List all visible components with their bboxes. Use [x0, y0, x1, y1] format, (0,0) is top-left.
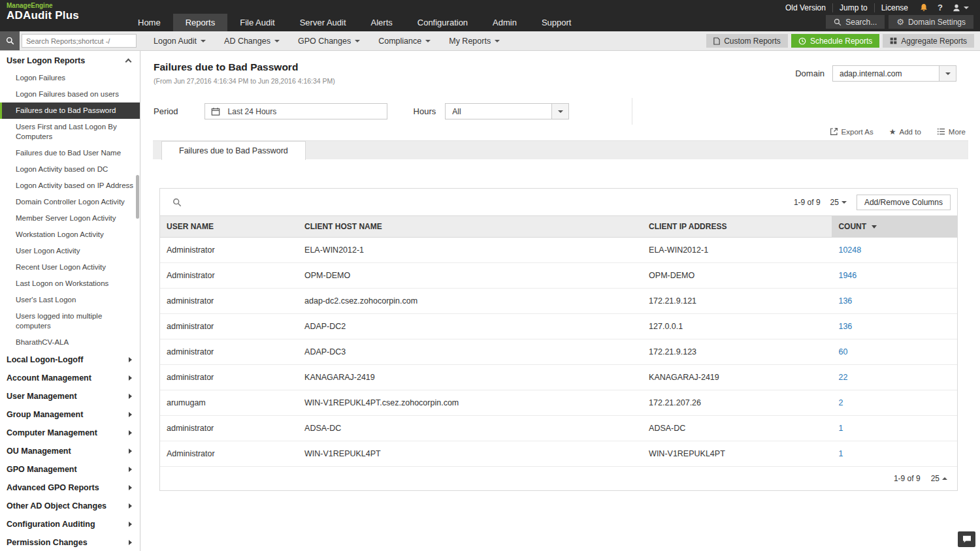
- sidebar-item-failures-due-to-bad-password[interactable]: Failures due to Bad Password: [0, 102, 140, 119]
- count-link[interactable]: 22: [838, 373, 847, 382]
- count-link[interactable]: 2: [838, 398, 843, 407]
- app-logo[interactable]: ManageEngine ADAudit Plus: [7, 3, 79, 21]
- table-row[interactable]: administrator ADAP-DC3 172.21.9.123 60: [160, 339, 957, 365]
- sidebar-section-user-management[interactable]: User Management: [0, 387, 140, 405]
- section-label: Computer Management: [7, 428, 97, 437]
- help-icon[interactable]: ?: [933, 3, 947, 12]
- column-header-user-name[interactable]: USER NAME: [160, 216, 298, 238]
- count-link[interactable]: 136: [838, 296, 852, 306]
- sidebar-section-advanced-gpo-reports[interactable]: Advanced GPO Reports: [0, 479, 140, 497]
- search-toggle-button[interactable]: [0, 31, 20, 50]
- sidebar-item-workstation-logon-activity[interactable]: Workstation Logon Activity: [0, 227, 140, 243]
- sidebar-item-last-logon-on-workstations[interactable]: Last Logon on Workstations: [0, 276, 140, 292]
- cell-count: 22: [832, 365, 957, 390]
- aggregate-reports-button[interactable]: Aggregate Reports: [883, 34, 974, 48]
- sidebar-section-configuration-auditing[interactable]: Configuration Auditing: [0, 515, 140, 533]
- old-version-link[interactable]: Old Version: [779, 3, 833, 12]
- period-picker[interactable]: Last 24 Hours: [204, 103, 387, 119]
- table-row[interactable]: Administrator WIN-V1REPUKL4PT WIN-V1REPU…: [160, 441, 957, 467]
- custom-reports-button[interactable]: Custom Reports: [706, 34, 788, 48]
- sidebar-section-permission-changes[interactable]: Permission Changes: [0, 533, 140, 551]
- menu-logon-audit[interactable]: Logon Audit: [144, 31, 215, 50]
- export-as-button[interactable]: Export As: [830, 127, 874, 136]
- sidebar-item-logon-activity-based-on-dc[interactable]: Logon Activity based on DC: [0, 161, 140, 178]
- sidebar-section-computer-management[interactable]: Computer Management: [0, 424, 140, 442]
- count-link[interactable]: 136: [838, 322, 852, 331]
- page-size-dropdown-bottom[interactable]: 25: [931, 474, 947, 483]
- menu-my-reports[interactable]: My Reports: [440, 31, 509, 50]
- column-header-client-host-name[interactable]: CLIENT HOST NAME: [298, 216, 642, 238]
- table-row[interactable]: administrator ADAP-DC2 127.0.0.1 136: [160, 314, 957, 339]
- sidebar-scrollbar[interactable]: [136, 175, 139, 219]
- table-row[interactable]: administrator ADSA-DC ADSA-DC 1: [160, 416, 957, 441]
- sidebar-item-logon-failures[interactable]: Logon Failures: [0, 70, 140, 86]
- domain-settings-button[interactable]: ⚙ Domain Settings: [889, 15, 973, 29]
- sidebar-section-gpo-management[interactable]: GPO Management: [0, 460, 140, 479]
- jump-to-link[interactable]: Jump to: [833, 3, 875, 12]
- chevron-down-icon: [945, 72, 951, 75]
- count-link[interactable]: 1: [838, 449, 843, 458]
- menu-compliance[interactable]: Compliance: [369, 31, 440, 50]
- table-search-icon[interactable]: [172, 198, 182, 207]
- sidebar-section-ou-management[interactable]: OU Management: [0, 442, 140, 460]
- nav-home[interactable]: Home: [125, 14, 173, 31]
- tab-failures-due-to-bad-password[interactable]: Failures due to Bad Password: [161, 141, 306, 160]
- sidebar-section-group-management[interactable]: Group Management: [0, 405, 140, 424]
- count-header-label: COUNT: [838, 222, 866, 231]
- notification-bell-icon[interactable]: [915, 3, 933, 12]
- schedule-reports-button[interactable]: Schedule Reports: [791, 34, 879, 48]
- table-row[interactable]: Administrator ELA-WIN2012-1 ELA-WIN2012-…: [160, 238, 957, 263]
- sidebar-section-other-ad-object-changes[interactable]: Other AD Object Changes: [0, 497, 140, 515]
- sidebar-section-account-management[interactable]: Account Management: [0, 369, 140, 387]
- feedback-chat-button[interactable]: [958, 531, 975, 547]
- menu-label: GPO Changes: [298, 37, 351, 46]
- nav-server-audit[interactable]: Server Audit: [287, 14, 359, 31]
- count-link[interactable]: 1: [838, 424, 843, 433]
- pagination-info-bottom: 1-9 of 9: [894, 474, 921, 483]
- table-row[interactable]: administrator KANAGARAJ-2419 KANAGARAJ-2…: [160, 365, 957, 390]
- report-menus: Logon Audit AD Changes GPO Changes Compl…: [144, 31, 509, 50]
- add-to-button[interactable]: ★ Add to: [889, 128, 921, 136]
- nav-alerts[interactable]: Alerts: [359, 14, 405, 31]
- domain-dropdown[interactable]: adap.internal.com: [832, 65, 956, 82]
- nav-reports[interactable]: Reports: [173, 14, 228, 31]
- chevron-down-icon: [274, 40, 280, 42]
- sidebar-item-logon-failures-based-on-users[interactable]: Logon Failures based on users: [0, 86, 140, 102]
- menu-gpo-changes[interactable]: GPO Changes: [289, 31, 369, 50]
- count-link[interactable]: 1946: [838, 271, 857, 280]
- table-row[interactable]: administrator adap-dc2.csez.zohocorpin.c…: [160, 289, 957, 314]
- sidebar-section-local-logon-logoff[interactable]: Local Logon-Logoff: [0, 351, 140, 369]
- nav-support[interactable]: Support: [529, 14, 584, 31]
- cell-client-host-name: KANAGARAJ-2419: [298, 365, 642, 390]
- sidebar-item-users-logged-into-multiple-computers[interactable]: Users logged into multiple computers: [0, 308, 140, 334]
- page-size-dropdown[interactable]: 25: [830, 198, 847, 207]
- sidebar-item-member-server-logon-activity[interactable]: Member Server Logon Activity: [0, 210, 140, 227]
- nav-admin[interactable]: Admin: [480, 14, 529, 31]
- column-header-count[interactable]: COUNT: [832, 216, 957, 238]
- sidebar-item-users-first-and-last-logon[interactable]: Users First and Last Logon By Computers: [0, 119, 140, 145]
- sidebar-item-logon-activity-based-on-ip[interactable]: Logon Activity based on IP Address: [0, 178, 140, 194]
- menu-ad-changes[interactable]: AD Changes: [215, 31, 289, 50]
- sidebar-item-users-last-logon[interactable]: User's Last Logon: [0, 292, 140, 308]
- count-link[interactable]: 10248: [838, 245, 861, 255]
- table-row[interactable]: Administrator OPM-DEMO OPM-DEMO 1946: [160, 263, 957, 289]
- sidebar-section-user-logon-reports[interactable]: User Logon Reports: [0, 51, 140, 70]
- more-button[interactable]: More: [937, 128, 966, 136]
- nav-file-audit[interactable]: File Audit: [227, 14, 287, 31]
- user-account-icon[interactable]: [947, 3, 973, 12]
- sidebar-item-failures-due-to-bad-user-name[interactable]: Failures due to Bad User Name: [0, 145, 140, 161]
- sidebar-item-domain-controller-logon-activity[interactable]: Domain Controller Logon Activity: [0, 194, 140, 210]
- period-value: Last 24 Hours: [228, 107, 277, 116]
- sidebar-item-bharathcv-ala[interactable]: BharathCV-ALA: [0, 334, 140, 351]
- count-link[interactable]: 60: [838, 347, 847, 356]
- hours-dropdown[interactable]: All: [445, 103, 569, 119]
- license-link[interactable]: License: [875, 3, 915, 12]
- column-header-client-ip-address[interactable]: CLIENT IP ADDRESS: [642, 216, 832, 238]
- table-row[interactable]: arumugam WIN-V1REPUKL4PT.csez.zohocorpin…: [160, 390, 957, 416]
- global-search-button[interactable]: Search...: [826, 15, 885, 29]
- sidebar-item-user-logon-activity[interactable]: User Logon Activity: [0, 243, 140, 259]
- add-remove-columns-button[interactable]: Add/Remove Columns: [857, 195, 951, 210]
- sidebar-item-recent-user-logon-activity[interactable]: Recent User Logon Activity: [0, 259, 140, 276]
- report-search-input[interactable]: [22, 34, 137, 48]
- nav-configuration[interactable]: Configuration: [405, 14, 480, 31]
